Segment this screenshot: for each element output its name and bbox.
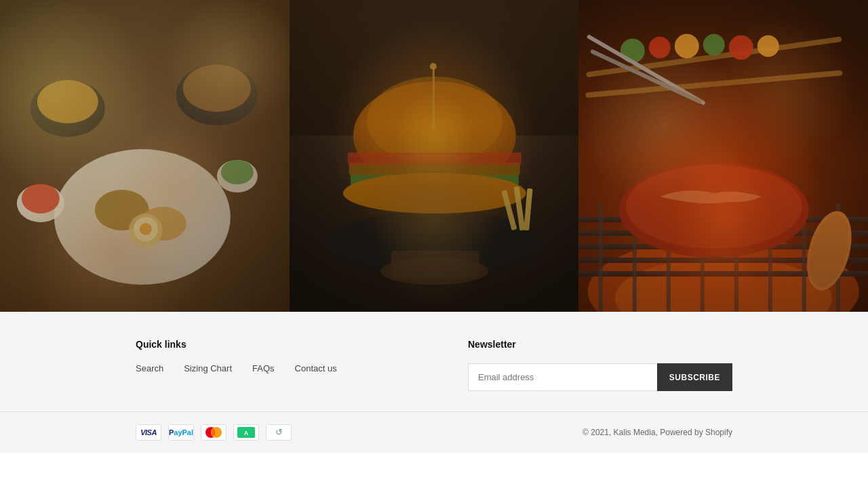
- loop-payment-icon: ↺: [266, 424, 292, 441]
- svg-point-10: [17, 184, 64, 222]
- svg-rect-32: [391, 251, 479, 278]
- svg-rect-25: [349, 163, 520, 175]
- quick-links-section: Quick links Search Sizing Chart FAQs Con…: [136, 339, 400, 373]
- svg-rect-47: [768, 203, 772, 312]
- svg-point-56: [675, 34, 699, 58]
- footer-link-contact[interactable]: Contact us: [295, 363, 337, 373]
- svg-point-61: [804, 210, 856, 291]
- svg-point-19: [353, 81, 516, 190]
- svg-point-8: [31, 80, 105, 137]
- svg-point-7: [183, 64, 251, 112]
- footer-link-sizing[interactable]: Sizing Chart: [184, 363, 232, 373]
- svg-rect-63: [590, 49, 703, 104]
- svg-point-15: [140, 223, 152, 235]
- svg-rect-44: [667, 203, 671, 312]
- newsletter-section: Newsletter SUBSCRIBE: [400, 339, 732, 391]
- payment-methods: VISA PayPal A ↺: [136, 424, 292, 441]
- footer-section: Quick links Search Sizing Chart FAQs Con…: [0, 312, 868, 411]
- footer-link-search[interactable]: Search: [136, 363, 163, 373]
- svg-point-55: [649, 37, 671, 58]
- svg-rect-23: [353, 183, 516, 197]
- svg-point-12: [217, 160, 258, 192]
- svg-rect-26: [348, 152, 521, 165]
- svg-rect-17: [290, 0, 579, 136]
- svg-rect-40: [578, 258, 868, 263]
- svg-rect-41: [578, 271, 868, 277]
- svg-rect-29: [513, 186, 525, 230]
- svg-point-3: [95, 190, 149, 230]
- quick-links-title: Quick links: [136, 339, 400, 350]
- svg-rect-46: [734, 203, 738, 312]
- paypal-payment-icon: PayPal: [168, 424, 194, 441]
- footer-link-faqs[interactable]: FAQs: [252, 363, 275, 373]
- svg-point-31: [380, 258, 489, 285]
- svg-rect-62: [587, 34, 706, 105]
- svg-rect-28: [501, 190, 517, 230]
- svg-text:↺: ↺: [275, 427, 283, 437]
- svg-rect-30: [524, 188, 532, 230]
- svg-point-22: [430, 63, 437, 70]
- svg-point-50: [619, 163, 809, 258]
- svg-point-60: [800, 206, 860, 295]
- footer-links-list: Search Sizing Chart FAQs Contact us: [136, 363, 400, 373]
- svg-rect-24: [351, 173, 519, 185]
- gallery-image-bbq: [578, 0, 868, 312]
- svg-rect-21: [433, 68, 435, 129]
- svg-rect-53: [586, 70, 843, 98]
- gallery-image-burger: [290, 0, 579, 312]
- svg-point-58: [729, 35, 753, 60]
- svg-rect-34: [578, 0, 868, 312]
- svg-point-14: [134, 217, 158, 241]
- svg-point-4: [139, 207, 186, 241]
- svg-point-59: [757, 35, 779, 57]
- svg-point-57: [703, 34, 725, 56]
- svg-rect-16: [290, 0, 579, 312]
- svg-point-54: [620, 39, 645, 63]
- svg-rect-33: [578, 0, 868, 312]
- svg-rect-49: [836, 203, 840, 312]
- svg-rect-38: [578, 230, 868, 236]
- svg-rect-48: [802, 203, 806, 312]
- svg-point-27: [343, 173, 526, 214]
- svg-rect-42: [599, 203, 603, 312]
- svg-point-20: [367, 77, 502, 165]
- svg-point-6: [176, 64, 258, 125]
- mastercard-payment-icon: [201, 424, 226, 441]
- svg-point-2: [54, 149, 231, 285]
- svg-point-11: [22, 184, 60, 214]
- svg-point-18: [326, 210, 543, 278]
- copyright-text: © 2021, Kalis Media, Powered by Shopify: [583, 428, 732, 437]
- svg-rect-52: [586, 37, 842, 78]
- svg-rect-37: [578, 217, 868, 222]
- gallery-image-korean: [0, 0, 290, 312]
- newsletter-form: SUBSCRIBE: [468, 363, 732, 391]
- footer-bottom-bar: VISA PayPal A ↺ © 2021, Kalis: [0, 411, 868, 453]
- svg-point-5: [129, 214, 163, 247]
- subscribe-button[interactable]: SUBSCRIBE: [657, 363, 732, 391]
- svg-point-36: [615, 258, 832, 312]
- email-input[interactable]: [468, 363, 657, 391]
- svg-rect-1: [0, 0, 290, 312]
- svg-rect-0: [0, 0, 290, 312]
- svg-point-13: [221, 160, 254, 184]
- svg-rect-43: [633, 203, 637, 312]
- svg-point-35: [588, 237, 859, 312]
- afterpay-payment-icon: A: [233, 424, 259, 441]
- svg-rect-45: [701, 203, 705, 312]
- svg-text:A: A: [244, 430, 249, 436]
- svg-point-51: [626, 165, 802, 249]
- svg-rect-39: [578, 244, 868, 249]
- visa-payment-icon: VISA: [136, 424, 161, 441]
- svg-point-9: [37, 80, 98, 123]
- gallery-section: [0, 0, 868, 312]
- newsletter-title: Newsletter: [468, 339, 516, 350]
